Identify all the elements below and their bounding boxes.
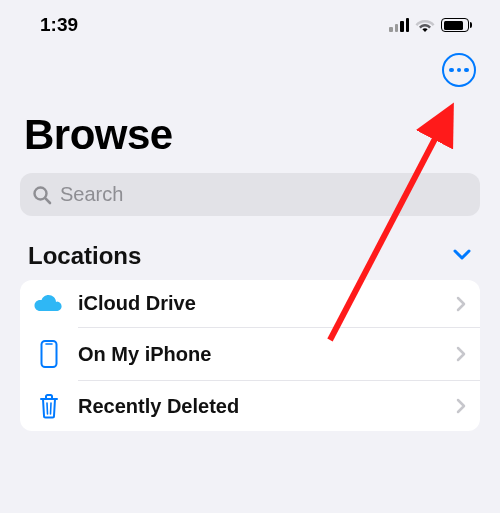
locations-list: iCloud Drive On My iPhone R [20,280,480,431]
wifi-icon [415,18,435,33]
svg-line-4 [47,403,48,414]
svg-line-5 [51,403,52,414]
search-icon [32,185,52,205]
location-icloud-drive[interactable]: iCloud Drive [20,280,480,327]
status-indicators [389,18,472,33]
more-button[interactable] [442,53,476,87]
chevron-right-icon [456,296,466,312]
search-field[interactable] [20,173,480,216]
location-label: Recently Deleted [78,395,442,418]
section-locations-header: Locations [28,242,141,270]
iphone-icon [34,340,64,368]
chevron-right-icon [456,346,466,362]
battery-icon [441,18,472,32]
page-title: Browse [0,87,500,173]
status-bar: 1:39 [0,0,500,42]
svg-line-1 [45,198,50,203]
cellular-icon [389,18,409,32]
location-recently-deleted[interactable]: Recently Deleted [20,381,480,431]
search-input[interactable] [60,183,468,206]
location-label: iCloud Drive [78,292,442,315]
trash-icon [34,393,64,419]
collapse-locations-button[interactable] [452,247,472,265]
chevron-right-icon [456,398,466,414]
nav-row [0,42,500,87]
status-time: 1:39 [40,14,78,36]
location-label: On My iPhone [78,343,442,366]
cloud-icon [34,293,64,315]
location-on-my-iphone[interactable]: On My iPhone [20,328,480,380]
svg-rect-2 [42,341,57,367]
